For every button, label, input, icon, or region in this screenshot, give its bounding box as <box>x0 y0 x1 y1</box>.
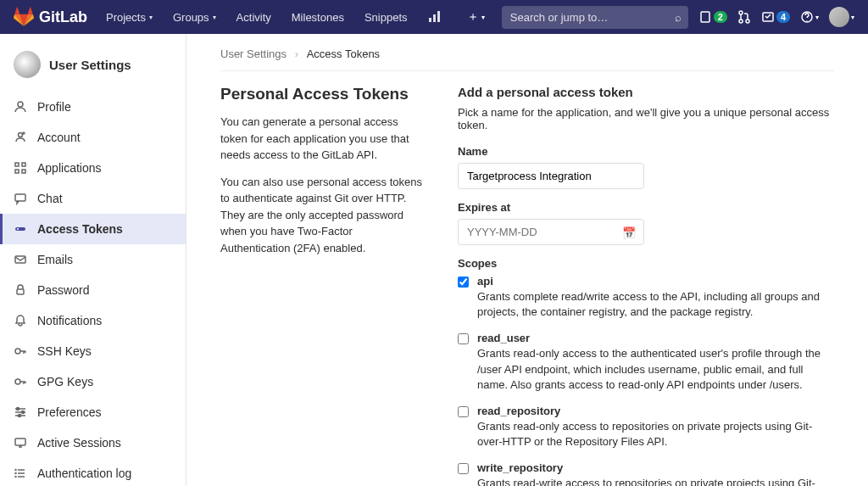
scope-checkbox-api[interactable] <box>458 277 469 288</box>
scope-description: Grants read-only access to repositories … <box>477 419 834 450</box>
list-icon <box>14 466 27 480</box>
page-description-2: You can also use personal access tokens … <box>220 174 424 257</box>
sidebar-item-profile[interactable]: Profile <box>0 92 186 122</box>
sidebar-item-label: SSH Keys <box>37 344 92 358</box>
svg-rect-14 <box>22 170 25 173</box>
search-input[interactable] <box>502 6 688 29</box>
svg-rect-15 <box>15 194 25 201</box>
sidebar-item-label: Access Tokens <box>37 222 123 236</box>
lock-icon <box>14 283 27 297</box>
svg-point-27 <box>15 473 16 474</box>
sidebar-item-applications[interactable]: Applications <box>0 153 186 183</box>
scope-write_repository: write_repositoryGrants read-write access… <box>458 461 834 486</box>
sidebar-item-account[interactable]: Account <box>0 122 186 153</box>
todos-badge: 4 <box>776 11 790 23</box>
name-label: Name <box>458 145 834 158</box>
svg-point-4 <box>739 11 743 14</box>
scope-description: Grants read-write access to repositories… <box>477 476 834 486</box>
sidebar-item-gpg-keys[interactable]: GPG Keys <box>0 366 186 397</box>
scope-checkbox-write_repository[interactable] <box>458 463 469 474</box>
scope-api: apiGrants complete read/write access to … <box>458 275 834 320</box>
svg-point-20 <box>15 349 20 354</box>
svg-point-9 <box>18 102 23 107</box>
nav-projects[interactable]: Projects▾ <box>97 11 161 24</box>
new-dropdown[interactable]: ＋▾ <box>460 9 492 25</box>
chevron-down-icon: ▾ <box>851 14 854 21</box>
sidebar-item-label: Notifications <box>37 314 102 327</box>
scope-name: read_repository <box>477 405 834 417</box>
expires-input[interactable] <box>458 219 644 245</box>
issues-link[interactable]: 2 <box>698 10 727 24</box>
name-input[interactable] <box>458 163 644 189</box>
chevron-down-icon: ▾ <box>213 14 216 21</box>
sidebar-item-emails[interactable]: Emails <box>0 244 186 275</box>
svg-point-5 <box>739 20 743 23</box>
token-icon <box>14 222 27 236</box>
scope-name: api <box>477 275 834 288</box>
todos-icon <box>761 10 775 24</box>
sidebar-item-ssh-keys[interactable]: SSH Keys <box>0 336 186 366</box>
sidebar-item-preferences[interactable]: Preferences <box>0 397 186 427</box>
sidebar-title: User Settings <box>49 58 131 72</box>
svg-rect-0 <box>429 18 431 22</box>
sidebar-item-password[interactable]: Password <box>0 275 186 305</box>
scope-checkbox-read_user[interactable] <box>458 333 469 344</box>
sidebar-item-label: Account <box>37 131 81 144</box>
svg-point-28 <box>15 477 16 478</box>
merge-requests-link[interactable] <box>737 10 751 24</box>
svg-rect-13 <box>15 170 19 173</box>
sidebar-header[interactable]: User Settings <box>0 44 186 92</box>
svg-rect-18 <box>15 256 25 263</box>
scope-read_user: read_userGrants read-only access to the … <box>458 332 834 393</box>
svg-rect-16 <box>15 227 25 231</box>
issues-icon <box>698 10 712 24</box>
scope-checkbox-read_repository[interactable] <box>458 406 469 417</box>
svg-point-24 <box>19 415 21 417</box>
svg-rect-12 <box>22 163 25 166</box>
chevron-down-icon: ▾ <box>481 14 485 21</box>
scope-description: Grants complete read/write access to the… <box>477 289 834 320</box>
bell-icon <box>14 314 27 327</box>
nav-groups[interactable]: Groups▾ <box>164 11 225 24</box>
chevron-down-icon: ▾ <box>815 14 819 21</box>
sidebar-item-notifications[interactable]: Notifications <box>0 305 186 336</box>
page-description-1: You can generate a personal access token… <box>220 114 424 164</box>
sidebar-item-label: Password <box>37 283 89 297</box>
sidebar-item-label: Profile <box>37 100 71 114</box>
scope-read_repository: read_repositoryGrants read-only access t… <box>458 405 834 450</box>
form-heading: Add a personal access token <box>458 85 834 99</box>
sidebar-item-active-sessions[interactable]: Active Sessions <box>0 427 186 458</box>
sidebar-item-label: Authentication log <box>37 466 131 480</box>
nav-milestones[interactable]: Milestones <box>283 11 353 24</box>
sidebar-avatar <box>14 51 41 78</box>
profile-icon <box>14 100 27 114</box>
nav-activity[interactable]: Activity <box>228 11 280 24</box>
email-icon <box>14 253 27 266</box>
breadcrumb: User Settings › Access Tokens <box>220 47 834 71</box>
scope-name: read_user <box>477 332 834 344</box>
sidebar-item-authentication-log[interactable]: Authentication log <box>0 458 186 486</box>
sidebar-item-label: Preferences <box>37 405 101 419</box>
sidebar-item-access-tokens[interactable]: Access Tokens <box>0 214 186 244</box>
key-icon <box>14 344 27 358</box>
breadcrumb-parent[interactable]: User Settings <box>220 47 287 60</box>
user-menu[interactable]: ▾ <box>829 7 854 27</box>
issues-badge: 2 <box>714 11 727 23</box>
help-dropdown[interactable]: ▾ <box>800 10 819 24</box>
sidebar-item-label: Active Sessions <box>37 436 121 450</box>
chevron-right-icon: › <box>295 47 298 60</box>
calendar-icon: 📅 <box>622 226 636 238</box>
apps-icon <box>14 161 27 175</box>
plus-icon: ＋ <box>467 9 479 25</box>
form-subheading: Pick a name for the application, and we'… <box>458 106 834 131</box>
nav-snippets[interactable]: Snippets <box>356 11 416 24</box>
search-icon: ⌕ <box>675 11 682 24</box>
svg-rect-25 <box>15 439 25 445</box>
sidebar-item-chat[interactable]: Chat <box>0 183 186 214</box>
gitlab-logo[interactable]: GitLab <box>14 7 87 27</box>
todos-link[interactable]: 4 <box>761 10 790 24</box>
svg-point-10 <box>19 133 23 137</box>
svg-rect-1 <box>433 14 436 22</box>
sidebar-item-label: GPG Keys <box>37 375 93 388</box>
nav-analytics[interactable] <box>420 10 450 24</box>
